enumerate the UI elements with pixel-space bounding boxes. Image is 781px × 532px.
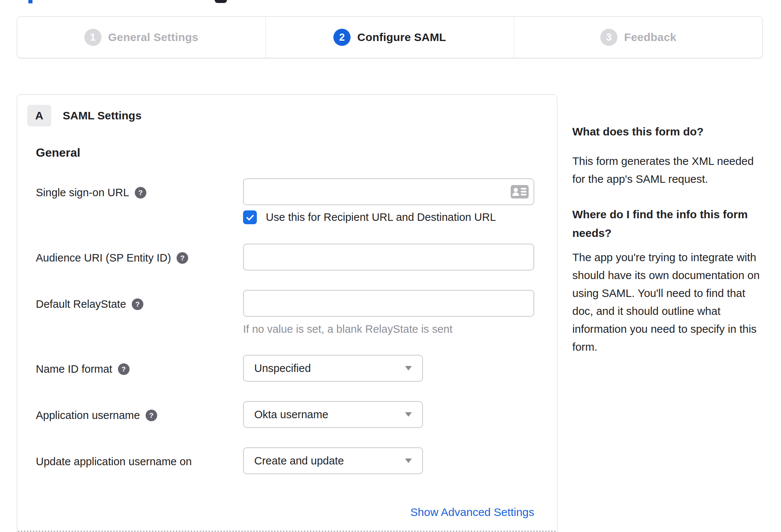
relaystate-help-icon[interactable]: ? (132, 298, 143, 310)
caret-down-icon (405, 366, 412, 370)
step-label: General Settings (108, 31, 199, 44)
name-id-format-row: Name ID format ? Unspecified (36, 355, 538, 382)
name-id-format-label: Name ID format ? (36, 355, 243, 382)
relaystate-label: Default RelayState ? (36, 290, 243, 335)
select-value: Okta username (254, 409, 328, 421)
step-feedback[interactable]: 3 Feedback (514, 17, 762, 58)
recipient-destination-checkbox[interactable] (243, 210, 257, 224)
general-heading: General (36, 146, 557, 160)
application-username-row: Application username ? Okta username (36, 401, 538, 428)
relaystate-row: Default RelayState ? If no value is set,… (36, 290, 538, 335)
select-value: Create and update (254, 455, 344, 467)
show-advanced-settings-link[interactable]: Show Advanced Settings (410, 506, 534, 518)
help-sidebar: What does this form do? This form genera… (572, 122, 765, 373)
audience-uri-help-icon[interactable]: ? (177, 252, 188, 264)
update-username-row: Update application username on Create an… (36, 447, 538, 474)
audience-uri-label: Audience URI (SP Entity ID) ? (36, 244, 243, 270)
advanced-settings-row: Show Advanced Settings (36, 506, 538, 519)
application-username-select[interactable]: Okta username (243, 401, 423, 428)
panel-header: A SAML Settings (27, 105, 557, 126)
sidebar-heading-where: Where do I find the info this form needs… (572, 205, 765, 242)
sso-url-help-icon[interactable]: ? (135, 187, 146, 198)
wizard-stepper: 1 General Settings 2 Configure SAML 3 Fe… (17, 16, 763, 58)
step-configure-saml[interactable]: 2 Configure SAML (265, 17, 514, 58)
name-id-format-select[interactable]: Unspecified (243, 355, 423, 382)
section-a-badge: A (27, 105, 51, 126)
step-label: Feedback (624, 31, 676, 44)
sso-url-row: Single sign-on URL ? (36, 178, 538, 224)
saml-settings-panel: A SAML Settings General Single sign-on U… (17, 94, 557, 532)
step-number-badge: 3 (600, 29, 617, 46)
select-value: Unspecified (254, 362, 311, 375)
sso-url-input[interactable] (243, 178, 534, 205)
application-username-label: Application username ? (36, 401, 243, 428)
relaystate-hint: If no value is set, a blank RelayState i… (243, 323, 538, 335)
sidebar-paragraph-what: This form generates the XML needed for t… (572, 152, 765, 188)
saml-form: Single sign-on URL ? (36, 178, 538, 519)
name-id-format-help-icon[interactable]: ? (118, 363, 130, 375)
autofill-contact-card-icon[interactable] (511, 185, 529, 198)
sidebar-paragraph-where: The app you're trying to integrate with … (572, 248, 765, 356)
step-label: Configure SAML (357, 31, 446, 44)
audience-uri-input[interactable] (243, 244, 534, 270)
sidebar-heading-what: What does this form do? (572, 122, 765, 141)
checkbox-label: Use this for Recipient URL and Destinati… (266, 211, 496, 223)
update-username-label: Update application username on (36, 447, 243, 474)
checkmark-icon (245, 213, 255, 222)
step-number-badge: 1 (84, 29, 102, 46)
panel-title: SAML Settings (63, 109, 141, 122)
audience-uri-row: Audience URI (SP Entity ID) ? (36, 244, 538, 270)
update-username-select[interactable]: Create and update (243, 447, 423, 474)
step-general-settings[interactable]: 1 General Settings (17, 17, 265, 58)
application-username-help-icon[interactable]: ? (146, 410, 157, 421)
caret-down-icon (405, 412, 412, 417)
dashed-section-divider (18, 531, 556, 532)
caret-down-icon (405, 459, 412, 463)
recipient-destination-checkbox-row: Use this for Recipient URL and Destinati… (243, 210, 538, 224)
cutoff-logo-fragment-blue (28, 0, 32, 3)
sso-url-label: Single sign-on URL ? (36, 178, 243, 224)
cutoff-icon-fragment-dark (215, 0, 227, 3)
relaystate-input[interactable] (243, 290, 534, 317)
step-number-badge: 2 (333, 29, 351, 46)
